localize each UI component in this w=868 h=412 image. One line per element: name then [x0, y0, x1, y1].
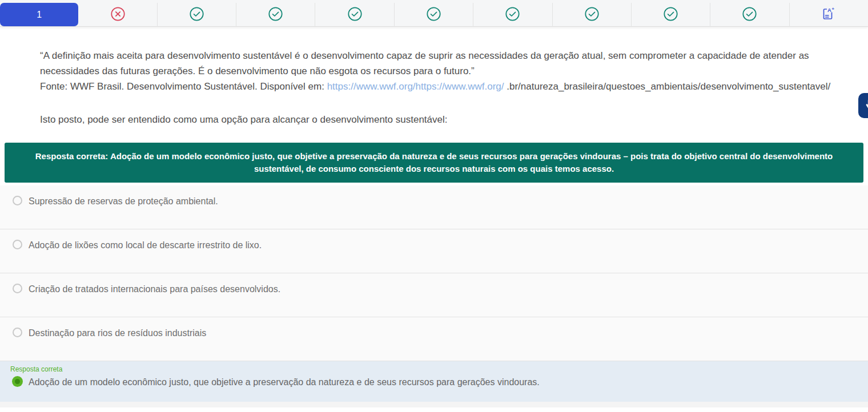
correct-answer-line: Adoção de um modelo econômico justo, que… [10, 376, 868, 387]
question-quote: “A definição mais aceita para desenvolvi… [40, 48, 833, 79]
radio-dot [15, 379, 20, 384]
answer-option-label: Destinação para rios de resíduos industr… [29, 328, 206, 338]
correct-answer-row[interactable]: Resposta correta Adoção de um modelo eco… [0, 361, 868, 402]
check-circle-icon [505, 6, 520, 24]
question-source: Fonte: WWF Brasil. Desenvolvimento Suste… [40, 79, 833, 94]
source-prefix: Fonte: WWF Brasil. Desenvolvimento Suste… [40, 81, 327, 92]
radio-button[interactable] [13, 240, 22, 249]
grade-report-icon: A+ [821, 6, 837, 24]
tab-question-7[interactable] [473, 3, 552, 27]
question-text-block: “A definição mais aceita para desenvolvi… [0, 27, 868, 127]
radio-button[interactable] [13, 196, 22, 205]
check-circle-icon [742, 6, 757, 24]
answer-option-2[interactable]: Adoção de lixões como local de descarte … [0, 229, 868, 273]
correct-answer-banner: Resposta correta: Adoção de um modelo ec… [5, 143, 863, 183]
check-circle-icon [584, 6, 600, 24]
check-circle-icon [268, 6, 283, 24]
radio-button[interactable] [13, 284, 22, 293]
radio-button[interactable] [13, 328, 22, 337]
source-suffix: .br/natureza_brasileira/questoes_ambient… [504, 81, 831, 92]
answer-option-4[interactable]: Destinação para rios de resíduos industr… [0, 317, 868, 361]
question-prompt: Isto posto, pode ser entendido como uma … [40, 112, 833, 127]
hand-icon [863, 97, 868, 114]
radio-button-selected[interactable] [12, 376, 23, 387]
accessibility-hand-button[interactable] [858, 93, 868, 118]
check-circle-icon [663, 6, 678, 24]
check-circle-icon [189, 6, 204, 24]
question-tab-bar: 1A+ [0, 0, 868, 27]
answer-option-3[interactable]: Criação de tratados internacionais para … [0, 273, 868, 317]
answer-options-list: Supressão de reservas de proteção ambien… [0, 185, 868, 361]
tab-number-label: 1 [37, 10, 42, 20]
answer-option-label: Criação de tratados internacionais para … [29, 284, 280, 294]
tab-question-4[interactable] [236, 3, 315, 27]
source-link[interactable]: https://www.wwf.org/https://www.wwf.org/ [327, 81, 504, 92]
correct-answer-tag: Resposta correta [10, 365, 868, 373]
tab-question-8[interactable] [553, 3, 632, 27]
answer-option-label: Supressão de reservas de proteção ambien… [29, 196, 218, 207]
tab-question-6[interactable] [395, 3, 473, 27]
footer-strip [0, 402, 868, 407]
cross-circle-icon [110, 6, 126, 24]
question-content: “A definição mais aceita para desenvolvi… [0, 27, 868, 407]
tab-question-10[interactable] [710, 3, 789, 27]
check-circle-icon [426, 6, 441, 24]
answer-option-label: Adoção de lixões como local de descarte … [29, 240, 262, 251]
tab-question-5[interactable] [315, 3, 394, 27]
tab-question-9[interactable] [632, 3, 710, 27]
check-circle-icon [347, 6, 363, 24]
answer-option-1[interactable]: Supressão de reservas de proteção ambien… [0, 185, 868, 229]
tab-question-2[interactable] [78, 3, 157, 27]
tab-grades[interactable]: A+ [790, 3, 868, 27]
svg-text:A: A [827, 7, 831, 13]
tab-question-3[interactable] [158, 3, 236, 27]
svg-text:+: + [832, 6, 835, 11]
tab-question-1[interactable]: 1 [0, 3, 78, 26]
correct-answer-label: Adoção de um modelo econômico justo, que… [29, 377, 540, 387]
